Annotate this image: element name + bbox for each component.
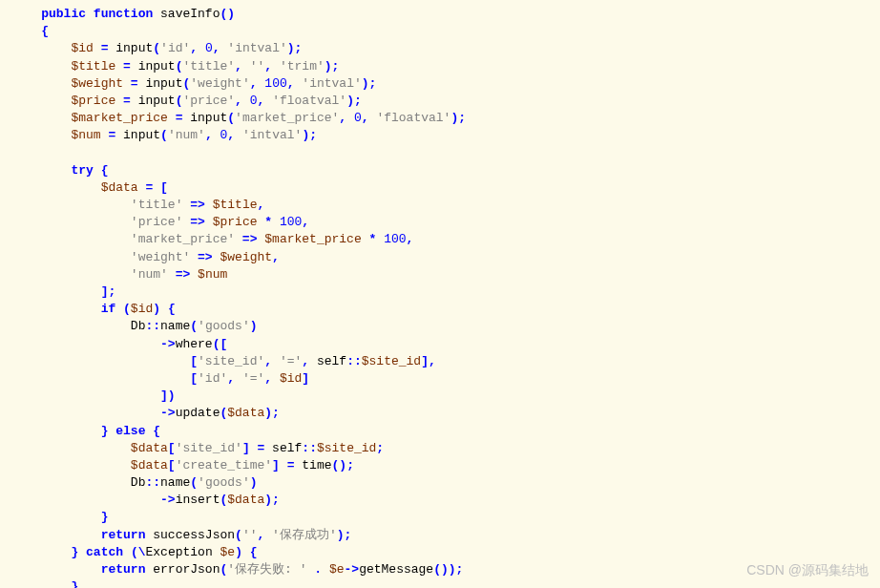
code-line: ->update($data); [11,405,869,422]
code-line: ['site_id', '=', self::$site_id], [11,353,869,370]
code-line: $data['site_id'] = self::$site_id; [11,440,869,457]
code-line: return errorJson('保存失败: ' . $e->getMessa… [11,561,869,578]
code-line: 'num' => $num [11,266,869,284]
code-line: if ($id) { [11,301,869,318]
code-line: $price = input('price', 0, 'floatval'); [11,93,869,110]
code-line: $market_price = input('market_price', 0,… [11,110,869,127]
code-line: ['id', '=', $id] [11,370,869,388]
code-line: $id = input('id', 0, 'intval'); [11,40,869,57]
code-line: try { [11,162,869,179]
code-line: $data['create_time'] = time(); [11,457,869,474]
code-line: return successJson('', '保存成功'); [11,527,869,544]
code-line: ->insert($data); [11,492,869,509]
code-line: } else { [11,423,869,440]
code-line: Db::name('goods') [11,318,869,335]
code-line: 'price' => $price * 100, [11,214,869,231]
code-line: $num = input('num', 0, 'intval'); [11,127,869,144]
code-line: Db::name('goods') [11,474,869,492]
code-line: public function saveInfo() [11,6,869,23]
code-line: { [11,23,869,40]
code-line: } [11,509,869,526]
watermark: CSDN @源码集结地 [746,561,869,580]
code-block: public function saveInfo() { $id = input… [0,0,880,588]
code-line: 'title' => $title, [11,197,869,214]
code-line: ]; [11,284,869,301]
code-line: 'weight' => $weight, [11,249,869,266]
code-line [11,145,869,162]
code-line: $data = [ [11,179,869,197]
code-line: } catch (\Exception $e) { [11,544,869,561]
code-line: 'market_price' => $market_price * 100, [11,231,869,248]
code-line: ->where([ [11,336,869,353]
code-line: } [11,578,869,588]
code-line: $weight = input('weight', 100, 'intval')… [11,75,869,93]
code-line: ]) [11,388,869,405]
code-line: $title = input('title', '', 'trim'); [11,58,869,75]
